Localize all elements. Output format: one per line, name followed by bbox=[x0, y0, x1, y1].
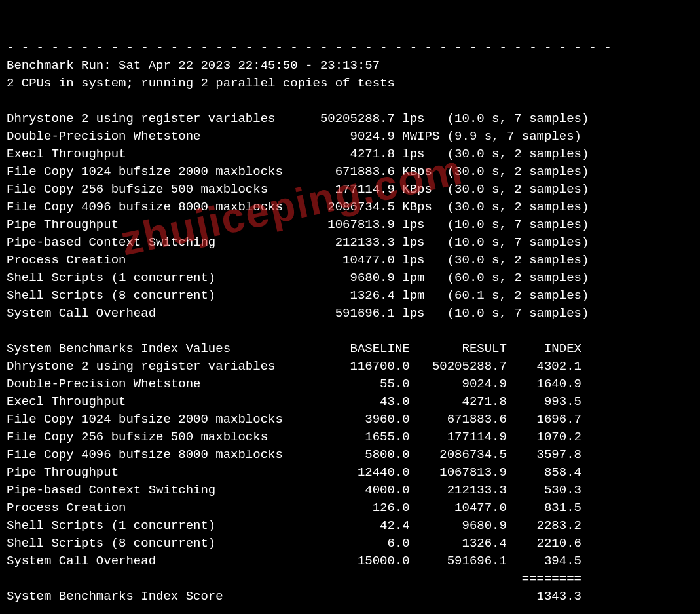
terminal-output: zhujiceping.com - - - - - - - - - - - - … bbox=[0, 0, 700, 612]
separator-line: - - - - - - - - - - - - - - - - - - - - … bbox=[7, 41, 612, 55]
benchmark-run-line: Benchmark Run: Sat Apr 22 2023 22:45:50 … bbox=[7, 58, 380, 73]
benchmark-index-block: System Benchmarks Index Values BASELINE … bbox=[7, 341, 581, 604]
cpu-info-line: 2 CPUs in system; running 2 parallel cop… bbox=[7, 76, 395, 90]
benchmark-results-block: Dhrystone 2 using register variables 502… bbox=[7, 111, 589, 320]
